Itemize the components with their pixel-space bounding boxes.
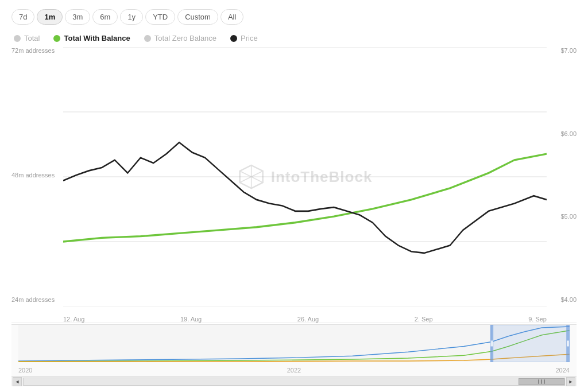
- nav-x-2022: 2022: [287, 367, 301, 374]
- navigator-svg-area: [18, 325, 570, 362]
- time-btn-7d[interactable]: 7d: [11, 9, 34, 25]
- time-btn-1y[interactable]: 1y: [120, 9, 143, 25]
- time-btn-6m[interactable]: 6m: [92, 9, 118, 25]
- scroll-grip-3: [544, 379, 545, 384]
- chart-svg-area: IntoTheBlock: [63, 47, 547, 306]
- time-btn-ytd[interactable]: YTD: [145, 9, 175, 25]
- x-axis: 12. Aug 19. Aug 26. Aug 2. Sep 9. Sep: [63, 306, 547, 323]
- chart-legend: TotalTotal With BalanceTotal Zero Balanc…: [11, 34, 577, 42]
- nav-x-2020: 2020: [18, 367, 32, 374]
- scroll-right-arrow[interactable]: ►: [566, 377, 575, 386]
- total-with-balance-line: [63, 154, 547, 242]
- time-btn-3m[interactable]: 3m: [65, 9, 90, 25]
- time-btn-custom[interactable]: Custom: [177, 9, 218, 25]
- legend-item-total-with-balance: Total With Balance: [53, 34, 130, 42]
- svg-rect-12: [566, 325, 570, 362]
- navigator-x-axis: 2020 2022 2024: [18, 367, 570, 374]
- y-right-4: $4.00: [560, 296, 577, 303]
- scroll-track[interactable]: [23, 378, 565, 386]
- svg-rect-11: [490, 325, 493, 362]
- legend-item-price: Price: [230, 34, 258, 42]
- legend-dot-total: [14, 35, 21, 42]
- scrollbar: ◄ ►: [11, 376, 577, 386]
- y-axis-right: $7.00 $6.00 $5.00 $4.00: [547, 47, 577, 305]
- navigator-svg: [18, 325, 570, 362]
- scroll-grip-1: [538, 379, 539, 384]
- legend-dot-price: [230, 35, 237, 42]
- scroll-grip-2: [541, 379, 542, 384]
- scroll-thumb[interactable]: [519, 378, 564, 385]
- x-label-1: 12. Aug: [63, 316, 84, 323]
- y-right-2: $6.00: [560, 130, 577, 137]
- y-label-top: 72m addresses: [11, 47, 63, 54]
- time-range-bar: 7d1m3m6m1yYTDCustomAll: [11, 9, 577, 25]
- x-label-3: 26. Aug: [297, 316, 319, 323]
- y-right-1: $7.00: [560, 47, 577, 54]
- svg-rect-10: [492, 325, 570, 362]
- time-btn-1m[interactable]: 1m: [37, 9, 63, 25]
- y-label-bot: 24m addresses: [11, 296, 63, 303]
- svg-rect-9: [18, 325, 570, 362]
- legend-item-total-zero-balance: Total Zero Balance: [144, 34, 216, 42]
- y-label-mid: 48m addresses: [11, 172, 63, 178]
- legend-item-total: Total: [14, 34, 40, 42]
- chart-area: 72m addresses 48m addresses 24m addresse…: [11, 47, 577, 386]
- nav-x-2024: 2024: [556, 367, 570, 374]
- main-chart-svg: [63, 47, 547, 306]
- legend-label-price: Price: [241, 34, 258, 42]
- x-label-5: 9. Sep: [528, 316, 547, 323]
- time-btn-all[interactable]: All: [220, 9, 243, 25]
- legend-dot-total-zero-balance: [144, 35, 151, 42]
- legend-label-total-zero-balance: Total Zero Balance: [154, 34, 216, 42]
- y-right-3: $5.00: [560, 213, 577, 220]
- scroll-left-arrow[interactable]: ◄: [13, 377, 22, 386]
- legend-label-total-with-balance: Total With Balance: [64, 34, 130, 42]
- legend-dot-total-with-balance: [53, 35, 60, 42]
- x-label-2: 19. Aug: [180, 316, 202, 323]
- y-axis-left: 72m addresses 48m addresses 24m addresse…: [11, 47, 63, 305]
- chart-container: 7d1m3m6m1yYTDCustomAll TotalTotal With B…: [0, 0, 588, 392]
- legend-label-total: Total: [24, 34, 40, 42]
- x-label-4: 2. Sep: [415, 316, 433, 323]
- main-chart: 72m addresses 48m addresses 24m addresse…: [11, 47, 577, 323]
- navigator: 2020 2022 2024: [11, 324, 577, 376]
